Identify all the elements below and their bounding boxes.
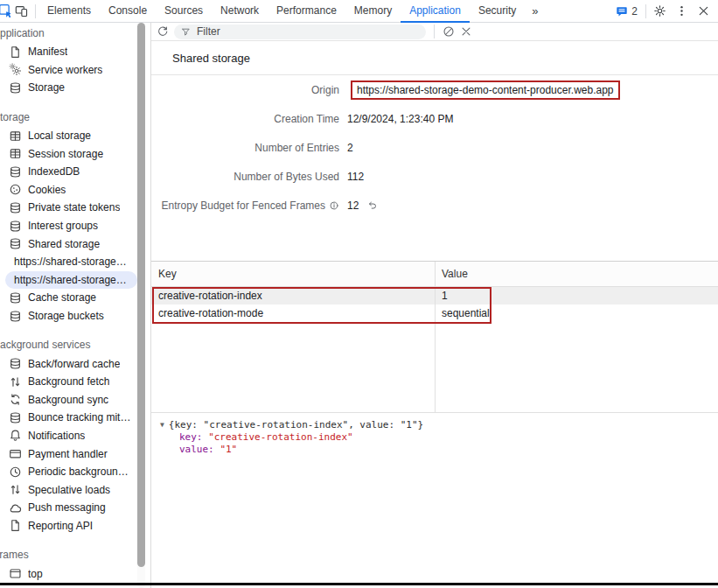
block-circle-icon xyxy=(443,25,455,38)
table-row[interactable]: creative-rotation-mode sequential xyxy=(151,304,718,322)
filter-input[interactable] xyxy=(195,24,419,38)
toggle-device-toolbar-button[interactable] xyxy=(10,0,32,23)
sidebar-item-background-sync[interactable]: Background sync xyxy=(0,391,150,410)
info-icon[interactable] xyxy=(329,200,339,211)
object-summary: {key: "creative-rotation-index", value: … xyxy=(169,419,423,431)
card-icon xyxy=(9,447,22,460)
object-property-key: key: "creative-rotation-index" xyxy=(160,431,718,444)
sidebar-item-cache-storage[interactable]: Cache storage xyxy=(0,289,150,307)
database-icon xyxy=(9,81,22,94)
issues-counter[interactable]: 2 xyxy=(610,5,643,18)
table-row[interactable]: creative-rotation-index 1 xyxy=(151,287,718,304)
sidebar-item-service-workers[interactable]: Service workers xyxy=(0,61,150,80)
filter-funnel-icon xyxy=(181,27,191,37)
sidebar-item-reporting-api[interactable]: Reporting API xyxy=(0,517,150,536)
sidebar-item-storage[interactable]: Storage xyxy=(0,79,150,97)
clear-all-button[interactable] xyxy=(443,25,455,38)
grid-empty-area xyxy=(151,322,718,413)
tab-security[interactable]: Security xyxy=(470,0,525,23)
sidebar-item-back-forward-cache[interactable]: Back/forward cache xyxy=(0,354,150,373)
tab-console[interactable]: Console xyxy=(100,0,156,23)
panel-title-bar: Shared storage xyxy=(151,41,718,75)
file-icon xyxy=(9,46,22,59)
sidebar-item-top-frame[interactable]: top xyxy=(0,564,150,583)
disclosure-triangle-icon[interactable]: ▼ xyxy=(160,419,164,431)
tab-performance[interactable]: Performance xyxy=(268,0,345,23)
tab-memory[interactable]: Memory xyxy=(345,0,401,23)
more-tabs-button[interactable]: » xyxy=(525,4,545,18)
sidebar-item-push-messaging[interactable]: Push messaging xyxy=(0,499,150,517)
column-header-key[interactable]: Key xyxy=(151,268,435,280)
sidebar-item-interest-groups[interactable]: Interest groups xyxy=(0,217,150,235)
entries-value: 2 xyxy=(347,142,353,154)
cell-key: creative-rotation-index xyxy=(151,290,435,302)
frame-icon xyxy=(9,567,22,580)
sidebar-section-application: Application Manifest Service workers Sto… xyxy=(0,24,150,97)
sidebar-item-periodic-background-sync[interactable]: Periodic backgroun… xyxy=(0,463,150,481)
grid-header-row: Key Value xyxy=(151,262,718,287)
column-header-value[interactable]: Value xyxy=(435,262,718,286)
section-title-application: Application xyxy=(0,24,150,43)
sidebar-item-indexeddb[interactable]: IndexedDB xyxy=(0,163,150,181)
tab-application[interactable]: Application xyxy=(401,0,470,23)
inspect-cursor-icon xyxy=(0,4,10,18)
devtools-tabbar: Elements Console Sources Network Perform… xyxy=(0,0,718,23)
metadata-row-bytes-used: Number of Bytes Used 112 xyxy=(151,162,718,191)
sidebar-item-manifest[interactable]: Manifest xyxy=(0,43,150,61)
tab-elements[interactable]: Elements xyxy=(38,0,100,23)
sidebar-item-payment-handler[interactable]: Payment handler xyxy=(0,444,150,463)
sidebar-item-shared-storage-origin-2-selected[interactable]: https://shared-storage… xyxy=(5,271,137,290)
sidebar-item-shared-storage-origin-1[interactable]: https://shared-storage… xyxy=(0,253,150,271)
tab-sources[interactable]: Sources xyxy=(156,0,212,23)
entropy-budget-value: 12 xyxy=(347,200,359,212)
sidebar-scrollbar xyxy=(137,23,145,588)
close-icon xyxy=(697,4,710,18)
sync-icon xyxy=(9,393,22,406)
database-icon xyxy=(9,220,22,233)
tabbar-separator xyxy=(645,4,646,18)
sidebar-item-local-storage[interactable]: Local storage xyxy=(0,127,150,145)
sidebar-section-background-services: Background services Back/forward cache B… xyxy=(0,336,150,535)
bytes-used-label: Number of Bytes Used xyxy=(234,171,339,183)
metadata-row-creation-time: Creation Time 12/9/2024, 1:23:40 PM xyxy=(151,104,718,133)
section-title-background-services: Background services xyxy=(0,336,150,354)
cookie-icon xyxy=(9,183,22,196)
entry-preview-pane: ▼ {key: "creative-rotation-index", value… xyxy=(151,413,718,456)
origin-annotation-box: https://shared-storage-demo-content-prod… xyxy=(351,80,620,100)
bytes-used-value: 112 xyxy=(347,171,364,183)
customize-menu-button[interactable] xyxy=(671,0,693,23)
sidebar-item-bounce-tracking[interactable]: Bounce tracking miti… xyxy=(0,409,150,427)
sidebar-item-private-state-tokens[interactable]: Private state tokens xyxy=(0,199,150,217)
inspect-element-button[interactable] xyxy=(0,0,10,23)
application-sidebar: Application Manifest Service workers Sto… xyxy=(0,23,151,588)
entries-label: Number of Entries xyxy=(254,142,339,154)
database-icon xyxy=(9,291,22,304)
refresh-button[interactable] xyxy=(157,25,169,38)
refresh-icon xyxy=(157,25,169,38)
cell-value: 1 xyxy=(435,287,718,304)
table-icon xyxy=(9,147,22,160)
tab-network[interactable]: Network xyxy=(212,0,268,23)
settings-button[interactable] xyxy=(649,0,671,23)
reset-undo-icon[interactable] xyxy=(366,200,378,211)
window-bottom-edge xyxy=(0,583,718,585)
sidebar-scrollbar-thumb[interactable] xyxy=(137,23,145,567)
sidebar-item-shared-storage[interactable]: Shared storage xyxy=(0,234,150,253)
filter-box[interactable] xyxy=(174,24,426,39)
delete-selected-button[interactable] xyxy=(460,25,472,38)
sidebar-item-session-storage[interactable]: Session storage xyxy=(0,144,150,163)
close-icon xyxy=(460,25,472,38)
sidebar-item-speculative-loads[interactable]: Speculative loads xyxy=(0,480,150,499)
sidebar-item-notifications[interactable]: Notifications xyxy=(0,427,150,445)
sidebar-item-storage-buckets[interactable]: Storage buckets xyxy=(0,307,150,326)
cell-value: sequential xyxy=(435,304,718,322)
metadata-row-number-of-entries: Number of Entries 2 xyxy=(151,133,718,162)
close-devtools-button[interactable] xyxy=(693,0,715,23)
sidebar-item-cookies[interactable]: Cookies xyxy=(0,181,150,200)
sidebar-item-background-fetch[interactable]: Background fetch xyxy=(0,373,150,391)
database-icon xyxy=(9,310,22,323)
panel-toolbar xyxy=(151,23,718,41)
tabbar-separator xyxy=(35,4,36,18)
page-title: Shared storage xyxy=(172,52,250,65)
metadata-row-entropy-budget: Entropy Budget for Fenced Frames 12 xyxy=(151,191,718,220)
